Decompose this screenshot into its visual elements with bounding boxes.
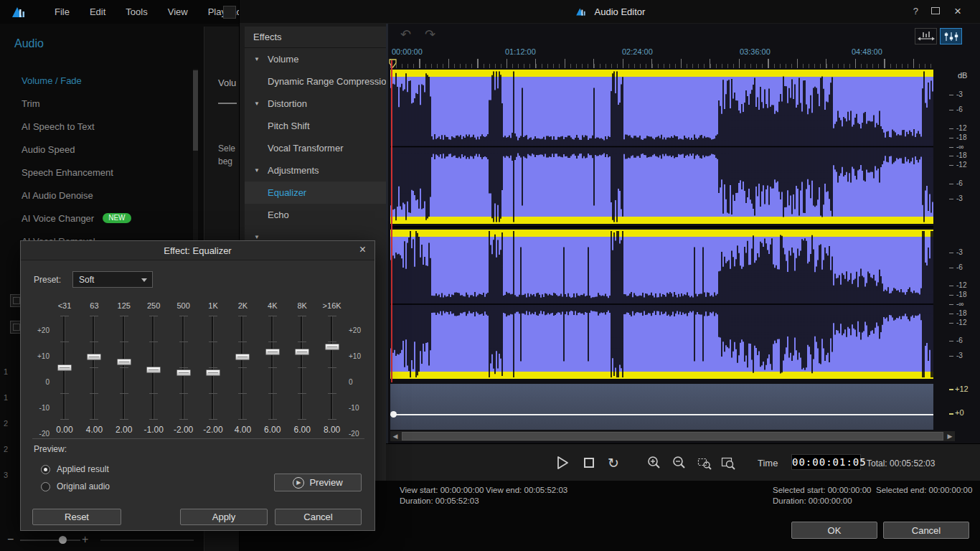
menu-edit[interactable]: Edit <box>80 6 116 17</box>
effect-echo[interactable]: Echo <box>245 204 386 226</box>
eq-tick <box>149 316 158 316</box>
effect-dynamic-range-compression[interactable]: Dynamic Range Compression <box>245 70 386 93</box>
db-tick <box>949 304 953 305</box>
eq-tick <box>238 393 247 394</box>
db-tick <box>949 95 953 95</box>
timeline-ruler-ticks[interactable] <box>390 59 933 68</box>
collapse-icon[interactable]: ▼ <box>254 56 260 62</box>
total-duration-label: Total: 00:05:52:03 <box>867 458 935 468</box>
envelope-keyframe[interactable] <box>390 411 397 418</box>
eq-tick <box>268 393 277 394</box>
eq-slider-handle[interactable] <box>325 344 339 350</box>
db-label: -3 <box>956 248 963 256</box>
collapse-icon[interactable]: ▼ <box>254 100 260 107</box>
db-tick <box>949 110 953 110</box>
cancel-button[interactable]: Cancel <box>883 522 969 539</box>
eq-slider-handle[interactable] <box>235 354 250 360</box>
scroll-view-toggle-button[interactable] <box>915 28 937 44</box>
menu-tools[interactable]: Tools <box>116 6 157 17</box>
eq-slider-handle[interactable] <box>295 349 309 355</box>
collapse-icon[interactable]: ▼ <box>254 234 260 240</box>
playhead-flag-icon[interactable] <box>389 59 397 68</box>
reset-button[interactable]: Reset <box>32 509 121 525</box>
effect-vocal-transformer[interactable]: Vocal Transformer <box>245 137 386 159</box>
radio-button-icon[interactable] <box>41 465 50 474</box>
menu-file[interactable]: File <box>44 6 80 17</box>
playhead-line[interactable] <box>391 60 392 382</box>
effect-equalizer[interactable]: Equalizer <box>245 182 386 204</box>
loop-button[interactable]: ↻ <box>604 453 623 472</box>
collapse-icon[interactable]: ▼ <box>254 167 260 174</box>
eq-slider-handle[interactable] <box>206 369 220 376</box>
effect-pitch-shift[interactable]: Pitch Shift <box>245 115 386 137</box>
eq-band-1k: 1K-2.00 <box>199 301 227 438</box>
effect-volume[interactable]: ▼Volume <box>245 48 386 70</box>
maximize-icon[interactable] <box>931 7 940 14</box>
play-button[interactable] <box>552 453 571 472</box>
scrollbar-thumb[interactable] <box>402 432 943 441</box>
sidebar-item-speech-enhancement[interactable]: Speech Enhancement <box>22 161 188 184</box>
effect-adjustments[interactable]: ▼Adjustments <box>245 159 386 182</box>
zoom-in-button[interactable] <box>645 453 664 472</box>
eq-slider-handle[interactable] <box>87 354 101 360</box>
ruler-time-label: 04:48:00 <box>852 47 882 56</box>
scrollbar-thumb[interactable] <box>193 70 198 151</box>
eq-slider-handle[interactable] <box>117 359 131 365</box>
timeline-ruler[interactable]: 00:00:0001:12:0002:24:0003:36:0004:48:00 <box>390 47 936 57</box>
menubar-extra-icon[interactable] <box>223 6 236 19</box>
undo-icon[interactable]: ↶ <box>400 27 411 42</box>
sidebar-item-trim[interactable]: Trim <box>22 92 188 115</box>
apply-button[interactable]: Apply <box>180 509 268 525</box>
zoom-fit-button[interactable] <box>719 453 738 472</box>
preview-button[interactable]: ▶ Preview <box>274 474 362 491</box>
dialog-titlebar[interactable]: Effect: Equalizer × <box>21 241 374 260</box>
help-icon[interactable]: ? <box>913 6 918 17</box>
zoom-in-icon[interactable]: + <box>82 533 88 546</box>
radio-label: Applied result <box>57 464 109 474</box>
horizontal-scrollbar[interactable]: ◀ ▶ <box>390 431 955 441</box>
radio-original-audio[interactable]: Original audio <box>41 478 110 495</box>
eq-freq-label: 4K <box>258 301 287 310</box>
ok-button[interactable]: OK <box>791 522 877 539</box>
envelope-line[interactable] <box>390 414 933 415</box>
preset-dropdown[interactable]: Soft <box>72 271 153 288</box>
scroll-right-icon[interactable]: ▶ <box>945 431 955 441</box>
sidebar-item-ai-speech-to-text[interactable]: AI Speech to Text <box>22 115 188 138</box>
sidebar-scrollbar[interactable] <box>193 69 198 244</box>
effect-distortion[interactable]: ▼Distortion <box>245 93 386 115</box>
eq-slider-handle[interactable] <box>57 364 72 371</box>
zoom-slider-thumb[interactable] <box>59 536 67 544</box>
sidebar-item-ai-audio-denoise[interactable]: AI Audio Denoise <box>22 184 188 207</box>
stop-button[interactable] <box>580 453 598 472</box>
sidebar-item-ai-voice-changer[interactable]: AI Voice ChangerNEW <box>22 207 188 230</box>
sidebar-item-volume-fade[interactable]: Volume / Fade <box>22 69 188 92</box>
window-titlebar[interactable]: Audio Editor ? × <box>240 0 980 23</box>
scroll-left-icon[interactable]: ◀ <box>390 431 400 441</box>
zoom-slider-track[interactable] <box>20 540 80 541</box>
partial-slider[interactable] <box>218 103 237 104</box>
menu-view[interactable]: View <box>158 6 198 17</box>
volume-envelope-track[interactable] <box>390 384 933 430</box>
sidebar-item-label: Speech Enhancement <box>22 167 113 178</box>
eq-slider-handle[interactable] <box>146 367 161 373</box>
eq-slider-handle[interactable] <box>176 369 191 376</box>
cancel-button[interactable]: Cancel <box>275 509 362 525</box>
play-icon: ▶ <box>293 477 304 489</box>
waveform-display[interactable] <box>390 70 933 379</box>
eq-band-value: 4.00 <box>80 425 108 435</box>
ruler-mark: 3 <box>4 471 15 496</box>
partial-text: Volu <box>218 77 236 88</box>
eq-tick <box>90 316 98 316</box>
radio-applied-result[interactable]: Applied result <box>41 461 110 478</box>
close-icon[interactable]: × <box>359 243 366 256</box>
eq-tick <box>60 316 69 316</box>
zoom-selection-button[interactable] <box>695 453 714 472</box>
eq-slider-handle[interactable] <box>265 349 280 355</box>
zoom-out-icon[interactable]: − <box>7 533 14 546</box>
sidebar-item-audio-speed[interactable]: Audio Speed <box>22 138 188 161</box>
radio-button-icon[interactable] <box>41 482 50 491</box>
db-label: -12 <box>956 124 966 132</box>
redo-icon[interactable]: ↷ <box>425 27 435 42</box>
db-tick <box>949 286 953 286</box>
zoom-out-button[interactable] <box>670 453 689 472</box>
